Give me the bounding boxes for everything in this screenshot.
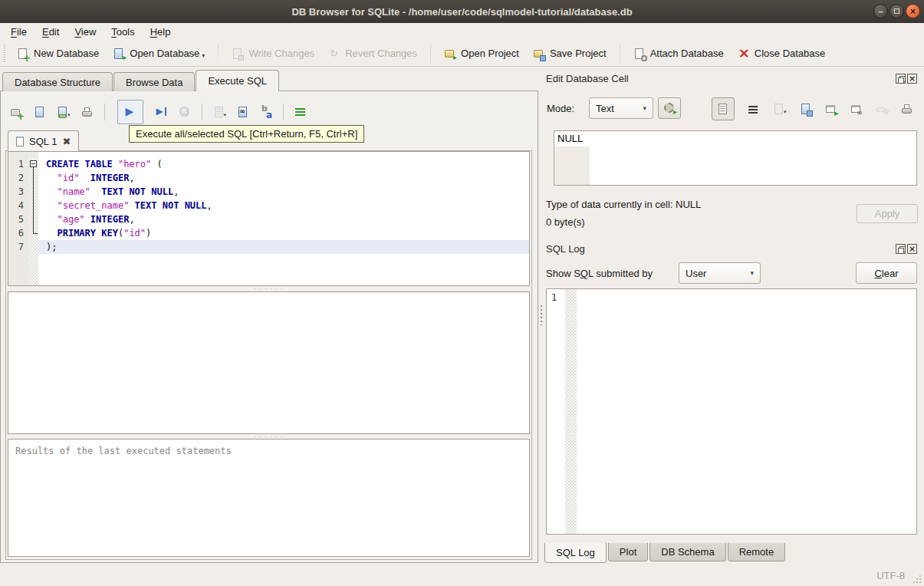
apply-button[interactable]: Apply xyxy=(857,204,918,223)
maximize-button[interactable] xyxy=(889,4,904,18)
open-project-button[interactable]: Open Project xyxy=(437,44,526,64)
log-content xyxy=(577,289,916,534)
menu-edit[interactable]: Edit xyxy=(35,25,67,39)
code-segment: TEXT NOT NULL xyxy=(135,200,207,211)
code-segment xyxy=(90,186,101,197)
line-number: 7 xyxy=(8,240,24,254)
set-null-icon xyxy=(876,103,888,115)
export-data-button[interactable] xyxy=(800,103,812,115)
close-button[interactable]: × xyxy=(906,4,920,18)
toolbar-button-label: Attach Database xyxy=(650,48,724,59)
toolbar-separator xyxy=(427,45,434,62)
format-sql-button[interactable] xyxy=(260,106,272,118)
titlebar[interactable]: DB Browser for SQLite - /home/user/code/… xyxy=(0,0,924,23)
encoding-status: UTF-8 xyxy=(876,570,905,581)
apply-label: Apply xyxy=(875,208,900,219)
sql-log-view[interactable]: 1 xyxy=(546,288,917,535)
close-dock-icon[interactable] xyxy=(907,244,917,254)
mode-label: Mode: xyxy=(547,103,574,114)
new-database-button[interactable]: New Database xyxy=(10,44,106,64)
text-document-button[interactable] xyxy=(712,97,735,120)
sql-code-editor[interactable]: 1234567 CREATE TABLE "hero" ( "id" INTEG… xyxy=(8,151,530,286)
print-button[interactable] xyxy=(81,106,94,118)
chevron-down-icon: ▾ xyxy=(750,269,754,277)
wrap-lines-button[interactable] xyxy=(748,103,760,115)
code-segment: "age" xyxy=(57,214,84,225)
attach-database-button[interactable]: Attach Database xyxy=(626,44,731,64)
toolbar-button-label: Close Database xyxy=(755,48,826,59)
apply-data-button[interactable] xyxy=(825,103,837,115)
dock-tab-sql-log[interactable]: SQL Log xyxy=(544,543,607,563)
code-segment xyxy=(46,173,57,183)
code-segment: INTEGER xyxy=(90,173,130,183)
menu-tools[interactable]: Tools xyxy=(104,25,142,39)
word-wrap-button[interactable] xyxy=(294,106,307,118)
cell-print-button[interactable] xyxy=(901,103,913,115)
mode-select[interactable]: Text ▾ xyxy=(589,97,653,119)
log-filter-value: User xyxy=(686,268,706,279)
execute-line-button[interactable] xyxy=(156,106,168,118)
save-project-button[interactable]: Save Project xyxy=(526,44,613,64)
execute-line-icon xyxy=(156,106,168,118)
tab-database-structure[interactable]: Database Structure xyxy=(2,72,113,91)
open-database-button[interactable]: Open Database▾ xyxy=(106,44,212,64)
execute-tooltip: Execute all/selected SQL [Ctrl+Return, F… xyxy=(129,125,364,143)
write-changes-icon xyxy=(232,48,244,60)
tab-close-icon[interactable]: ✖ xyxy=(62,137,71,146)
edit-cell-header: Edit Database Cell xyxy=(546,72,917,84)
link-data-button[interactable] xyxy=(850,103,863,115)
code-segment xyxy=(129,200,134,211)
float-dock-icon[interactable] xyxy=(896,244,906,254)
minimize-icon: – xyxy=(878,7,883,16)
code-segment xyxy=(46,186,57,197)
menu-help[interactable]: Help xyxy=(143,25,179,39)
revert-changes-button: Revert Changes xyxy=(321,44,424,64)
save-sql-file-button[interactable]: ▾ xyxy=(57,106,71,118)
code-segment: "id" xyxy=(57,173,79,183)
resize-grip-icon[interactable] xyxy=(912,574,921,583)
editor-results-splitter[interactable] xyxy=(8,286,530,291)
auto-switch-mode-button[interactable] xyxy=(658,97,681,119)
fold-margin xyxy=(28,152,38,285)
execute-all-icon xyxy=(124,106,136,118)
code-segment: , xyxy=(129,173,134,183)
tab-browse-data[interactable]: Browse Data xyxy=(113,72,195,91)
toolbar-separator xyxy=(202,104,202,120)
close-icon: × xyxy=(910,7,916,16)
clear-log-button[interactable]: Clear xyxy=(856,262,917,284)
dropdown-caret-icon[interactable]: ▾ xyxy=(202,52,205,60)
dock-tab-db-schema[interactable]: DB Schema xyxy=(649,543,725,561)
line-number: 5 xyxy=(8,212,24,226)
execute-all-button[interactable] xyxy=(117,100,143,124)
tab-execute-sql[interactable]: Execute SQL xyxy=(196,70,279,91)
open-sql-file-button[interactable] xyxy=(34,106,46,118)
main-vertical-splitter[interactable] xyxy=(538,91,544,563)
close-database-button[interactable]: Close Database xyxy=(731,44,833,64)
main-toolbar: New DatabaseOpen Database▾Write ChangesR… xyxy=(0,41,924,67)
cell-value-editor[interactable]: NULL xyxy=(554,130,917,186)
menu-file[interactable]: File xyxy=(3,25,35,39)
toolbar-button-label: Revert Changes xyxy=(345,48,417,59)
fold-collapse-icon[interactable] xyxy=(30,160,37,167)
dock-tab-plot[interactable]: Plot xyxy=(608,543,648,561)
new-tab-button[interactable] xyxy=(11,106,23,118)
chevron-down-icon: ▾ xyxy=(643,104,646,112)
toolbar-handle[interactable] xyxy=(2,45,7,62)
attach-database-icon xyxy=(633,48,646,60)
float-dock-icon[interactable] xyxy=(896,74,906,84)
code-area[interactable]: CREATE TABLE "hero" ( "id" INTEGER, "nam… xyxy=(38,152,529,285)
sql-editor-tab[interactable]: SQL 1 ✖ xyxy=(8,130,79,151)
menu-view[interactable]: View xyxy=(67,25,104,39)
close-dock-icon[interactable] xyxy=(907,74,917,84)
toolbar-separator xyxy=(283,104,284,120)
log-filter-select[interactable]: User ▾ xyxy=(679,262,761,284)
mode-value: Text xyxy=(596,103,614,114)
dock-tab-remote[interactable]: Remote xyxy=(728,543,786,561)
results-status-pane[interactable]: Results of the last executed statements xyxy=(8,439,530,557)
gear-icon xyxy=(663,102,676,114)
find-replace-button[interactable] xyxy=(237,106,249,118)
line-number-gutter: 1234567 xyxy=(8,152,28,285)
minimize-button[interactable]: – xyxy=(873,4,888,18)
results-grid-pane[interactable] xyxy=(8,291,530,434)
code-line: "age" INTEGER, xyxy=(38,212,529,226)
